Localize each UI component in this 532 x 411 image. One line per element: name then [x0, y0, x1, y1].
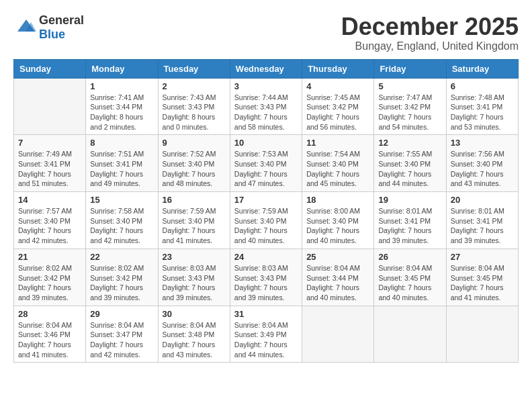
- day-header-thursday: Thursday: [302, 59, 374, 78]
- logo-general: General: [39, 13, 84, 27]
- calendar-week-row: 14Sunrise: 7:57 AM Sunset: 3:40 PM Dayli…: [14, 192, 519, 249]
- day-info: Sunrise: 7:57 AM Sunset: 3:40 PM Dayligh…: [18, 206, 81, 246]
- day-number: 9: [163, 138, 226, 148]
- calendar-cell: 2Sunrise: 7:43 AM Sunset: 3:43 PM Daylig…: [158, 78, 230, 135]
- day-number: 12: [378, 138, 441, 148]
- day-info: Sunrise: 7:59 AM Sunset: 3:40 PM Dayligh…: [234, 206, 298, 246]
- calendar-cell: 14Sunrise: 7:57 AM Sunset: 3:40 PM Dayli…: [14, 192, 86, 249]
- calendar-cell: 30Sunrise: 8:04 AM Sunset: 3:48 PM Dayli…: [158, 306, 230, 363]
- calendar-cell: 8Sunrise: 7:51 AM Sunset: 3:41 PM Daylig…: [86, 135, 158, 192]
- day-number: 27: [451, 252, 514, 262]
- day-number: 26: [378, 252, 441, 262]
- day-info: Sunrise: 7:52 AM Sunset: 3:40 PM Dayligh…: [163, 149, 226, 189]
- calendar-table: SundayMondayTuesdayWednesdayThursdayFrid…: [13, 59, 519, 363]
- day-header-saturday: Saturday: [446, 59, 518, 78]
- calendar-cell: 10Sunrise: 7:53 AM Sunset: 3:40 PM Dayli…: [230, 135, 302, 192]
- day-number: 3: [234, 81, 298, 91]
- calendar-cell: 17Sunrise: 7:59 AM Sunset: 3:40 PM Dayli…: [230, 192, 302, 249]
- day-info: Sunrise: 7:41 AM Sunset: 3:44 PM Dayligh…: [90, 93, 153, 132]
- day-number: 11: [306, 138, 369, 148]
- day-info: Sunrise: 7:59 AM Sunset: 3:40 PM Dayligh…: [163, 206, 226, 246]
- calendar-cell: 5Sunrise: 7:47 AM Sunset: 3:42 PM Daylig…: [374, 78, 446, 135]
- day-info: Sunrise: 7:45 AM Sunset: 3:42 PM Dayligh…: [306, 93, 369, 132]
- day-info: Sunrise: 8:03 AM Sunset: 3:43 PM Dayligh…: [234, 263, 298, 303]
- title-area: December 2025 Bungay, England, United Ki…: [341, 13, 519, 52]
- calendar-cell: 24Sunrise: 8:03 AM Sunset: 3:43 PM Dayli…: [230, 248, 302, 306]
- calendar-cell: [374, 306, 446, 363]
- day-info: Sunrise: 7:47 AM Sunset: 3:42 PM Dayligh…: [378, 93, 441, 132]
- day-info: Sunrise: 8:01 AM Sunset: 3:41 PM Dayligh…: [378, 206, 441, 246]
- calendar-cell: 13Sunrise: 7:56 AM Sunset: 3:40 PM Dayli…: [446, 135, 518, 192]
- day-number: 23: [163, 252, 226, 262]
- calendar-cell: 4Sunrise: 7:45 AM Sunset: 3:42 PM Daylig…: [302, 78, 374, 135]
- day-number: 13: [451, 138, 514, 148]
- day-number: 19: [378, 195, 441, 205]
- calendar-cell: 23Sunrise: 8:03 AM Sunset: 3:43 PM Dayli…: [158, 248, 230, 306]
- calendar-cell: 22Sunrise: 8:02 AM Sunset: 3:42 PM Dayli…: [86, 248, 158, 306]
- calendar-cell: 21Sunrise: 8:02 AM Sunset: 3:42 PM Dayli…: [14, 248, 86, 306]
- day-number: 6: [451, 81, 514, 91]
- day-info: Sunrise: 7:54 AM Sunset: 3:40 PM Dayligh…: [306, 149, 369, 189]
- day-info: Sunrise: 7:49 AM Sunset: 3:41 PM Dayligh…: [18, 149, 81, 189]
- day-number: 31: [234, 309, 298, 319]
- calendar-cell: 25Sunrise: 8:04 AM Sunset: 3:44 PM Dayli…: [302, 248, 374, 306]
- day-number: 17: [234, 195, 298, 205]
- day-info: Sunrise: 8:04 AM Sunset: 3:47 PM Dayligh…: [90, 320, 153, 360]
- day-number: 20: [451, 195, 514, 205]
- calendar-week-row: 28Sunrise: 8:04 AM Sunset: 3:46 PM Dayli…: [14, 306, 519, 363]
- calendar-cell: 29Sunrise: 8:04 AM Sunset: 3:47 PM Dayli…: [86, 306, 158, 363]
- day-number: 22: [90, 252, 153, 262]
- calendar-cell: 27Sunrise: 8:04 AM Sunset: 3:45 PM Dayli…: [446, 248, 518, 306]
- day-info: Sunrise: 7:51 AM Sunset: 3:41 PM Dayligh…: [90, 149, 153, 189]
- day-number: 7: [18, 138, 81, 148]
- day-number: 28: [18, 309, 81, 319]
- day-header-wednesday: Wednesday: [230, 59, 302, 78]
- day-info: Sunrise: 8:02 AM Sunset: 3:42 PM Dayligh…: [90, 263, 153, 303]
- calendar-cell: [446, 306, 518, 363]
- day-number: 8: [90, 138, 153, 148]
- day-number: 29: [90, 309, 153, 319]
- day-info: Sunrise: 8:04 AM Sunset: 3:49 PM Dayligh…: [234, 320, 298, 360]
- day-info: Sunrise: 7:56 AM Sunset: 3:40 PM Dayligh…: [451, 149, 514, 189]
- day-header-sunday: Sunday: [14, 59, 86, 78]
- calendar-cell: 28Sunrise: 8:04 AM Sunset: 3:46 PM Dayli…: [14, 306, 86, 363]
- calendar-cell: 20Sunrise: 8:01 AM Sunset: 3:41 PM Dayli…: [446, 192, 518, 249]
- calendar-cell: [14, 78, 86, 135]
- calendar-cell: 15Sunrise: 7:58 AM Sunset: 3:40 PM Dayli…: [86, 192, 158, 249]
- day-header-friday: Friday: [374, 59, 446, 78]
- day-info: Sunrise: 7:48 AM Sunset: 3:41 PM Dayligh…: [451, 93, 514, 132]
- day-number: 10: [234, 138, 298, 148]
- logo: General Blue: [13, 13, 84, 42]
- calendar-cell: 31Sunrise: 8:04 AM Sunset: 3:49 PM Dayli…: [230, 306, 302, 363]
- day-info: Sunrise: 8:04 AM Sunset: 3:44 PM Dayligh…: [306, 263, 369, 303]
- calendar-header-row: SundayMondayTuesdayWednesdayThursdayFrid…: [14, 59, 519, 78]
- day-header-monday: Monday: [86, 59, 158, 78]
- day-info: Sunrise: 7:43 AM Sunset: 3:43 PM Dayligh…: [163, 93, 226, 132]
- logo-icon: [13, 18, 36, 37]
- calendar-week-row: 21Sunrise: 8:02 AM Sunset: 3:42 PM Dayli…: [14, 248, 519, 306]
- day-number: 21: [18, 252, 81, 262]
- logo-blue: Blue: [39, 28, 65, 41]
- day-number: 16: [163, 195, 226, 205]
- calendar-cell: [302, 306, 374, 363]
- location-subtitle: Bungay, England, United Kingdom: [341, 40, 519, 52]
- calendar-cell: 1Sunrise: 7:41 AM Sunset: 3:44 PM Daylig…: [86, 78, 158, 135]
- header: General Blue December 2025 Bungay, Engla…: [13, 13, 519, 52]
- calendar-cell: 12Sunrise: 7:55 AM Sunset: 3:40 PM Dayli…: [374, 135, 446, 192]
- calendar-week-row: 1Sunrise: 7:41 AM Sunset: 3:44 PM Daylig…: [14, 78, 519, 135]
- day-header-tuesday: Tuesday: [158, 59, 230, 78]
- day-info: Sunrise: 7:53 AM Sunset: 3:40 PM Dayligh…: [234, 149, 298, 189]
- day-number: 14: [18, 195, 81, 205]
- day-info: Sunrise: 7:55 AM Sunset: 3:40 PM Dayligh…: [378, 149, 441, 189]
- day-info: Sunrise: 7:44 AM Sunset: 3:43 PM Dayligh…: [234, 93, 298, 132]
- day-info: Sunrise: 8:04 AM Sunset: 3:45 PM Dayligh…: [378, 263, 441, 303]
- calendar-cell: 7Sunrise: 7:49 AM Sunset: 3:41 PM Daylig…: [14, 135, 86, 192]
- calendar-cell: 6Sunrise: 7:48 AM Sunset: 3:41 PM Daylig…: [446, 78, 518, 135]
- day-number: 25: [306, 252, 369, 262]
- calendar-cell: 11Sunrise: 7:54 AM Sunset: 3:40 PM Dayli…: [302, 135, 374, 192]
- month-title: December 2025: [341, 13, 519, 40]
- day-info: Sunrise: 8:03 AM Sunset: 3:43 PM Dayligh…: [163, 263, 226, 303]
- day-number: 5: [378, 81, 441, 91]
- day-number: 18: [306, 195, 369, 205]
- day-number: 15: [90, 195, 153, 205]
